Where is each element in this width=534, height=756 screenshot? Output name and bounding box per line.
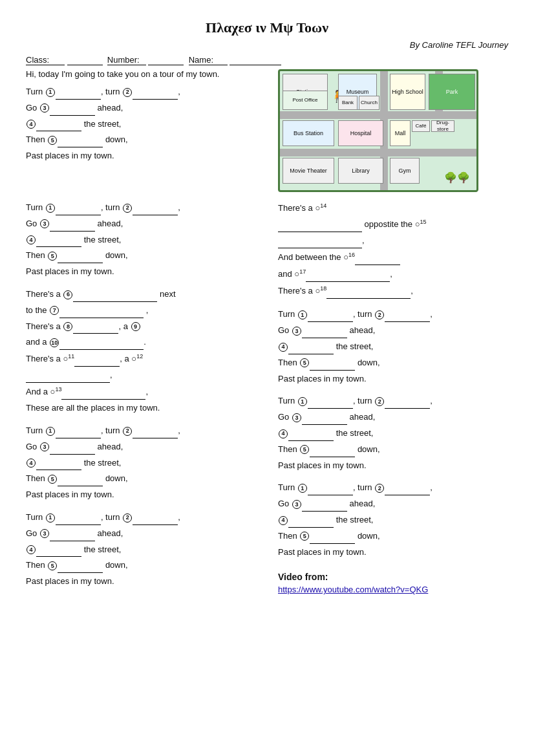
class-blank: [67, 55, 103, 65]
page-title: Πλαχεσ ιν Μψ Τοων: [26, 19, 508, 36]
video-link[interactable]: https://www.youtube.com/watch?v=QKG: [278, 585, 428, 594]
intro-text: Hi, today I'm going to take you on a tou…: [26, 69, 265, 79]
byline: By Caroline TEFL Journey: [26, 40, 508, 50]
map-high-school: High School: [390, 74, 425, 110]
verse1-line4: Then 5 down,: [26, 133, 265, 147]
map-bank: Bank: [338, 96, 358, 110]
main-content: Turn 1 , turn 2 , Go 3 ahead, 4 the stre…: [26, 201, 508, 598]
right-theres-section: There's a ○14 oppostite the ○15 , And be…: [278, 201, 508, 299]
map-hospital: Hospital: [338, 120, 383, 146]
map-post-office: Post Office: [283, 91, 328, 110]
map-gym: Gym: [390, 158, 420, 184]
video-from-label: Video from:: [278, 572, 508, 582]
num-circle-1: 1: [46, 88, 55, 97]
map-movie-theater: Movie Theater: [283, 158, 334, 184]
map-cafe: Café: [412, 120, 430, 132]
right-verse-3: Turn 1 , turn 2 , Go 3 ahead, 4 the stre…: [278, 481, 508, 559]
map-drugstore: Drug-store: [431, 120, 454, 132]
map-bus-station: Bus Station: [283, 120, 334, 146]
number-blank: [148, 55, 184, 65]
class-label: Class:: [26, 55, 65, 65]
blank-5: [58, 133, 103, 147]
town-map: Station Post Office 🧍 Museum Bank Church…: [278, 69, 478, 192]
verse-section-3: Turn 1 , turn 2 , Go 3 ahead, 4 the stre…: [26, 424, 265, 502]
verse-section-1: Turn 1 , turn 2 , Go 3 ahead, 4 the stre…: [26, 85, 265, 163]
verse-section-2: Turn 1 , turn 2 , Go 3 ahead, 4 the stre…: [26, 201, 265, 279]
map-mall: Mall: [390, 120, 411, 146]
num-circle-5: 5: [48, 136, 57, 145]
right-column: There's a ○14 oppostite the ○15 , And be…: [278, 201, 508, 598]
num-circle-3: 3: [40, 103, 49, 113]
theres-a-section: There's a 6 next to the 7 , There's a 8 …: [26, 288, 265, 415]
blank-3: [50, 102, 95, 116]
blank-4: [36, 118, 81, 132]
map-church: Church: [359, 96, 379, 110]
num-circle-4: 4: [27, 120, 36, 129]
blank-1: [56, 85, 101, 100]
name-label: Name:: [189, 55, 228, 65]
verse1-line1: Turn 1 , turn 2 ,: [26, 85, 265, 100]
map-park: Park: [429, 74, 475, 110]
blank-2: [133, 85, 178, 100]
num-circle-2: 2: [123, 88, 132, 97]
video-section: Video from: https://www.youtube.com/watc…: [278, 572, 508, 594]
number-label: Number:: [107, 55, 146, 65]
verse-section-4: Turn 1 , turn 2 , Go 3 ahead, 4 the stre…: [26, 511, 265, 589]
class-line: Class: Number: Name:: [26, 55, 508, 65]
right-verse-1: Turn 1 , turn 2 , Go 3 ahead, 4 the stre…: [278, 308, 508, 385]
right-verse-2: Turn 1 , turn 2 , Go 3 ahead, 4 the stre…: [278, 394, 508, 472]
left-column: Turn 1 , turn 2 , Go 3 ahead, 4 the stre…: [26, 201, 265, 598]
verse1-line2: Go 3 ahead,: [26, 102, 265, 116]
verse1-line5: Past places in my town.: [26, 149, 265, 163]
map-library: Library: [338, 158, 383, 184]
name-blank: [230, 55, 281, 65]
verse1-line3: 4 the street,: [26, 118, 265, 132]
map-trees-icon: 🌳🌳: [444, 171, 470, 184]
